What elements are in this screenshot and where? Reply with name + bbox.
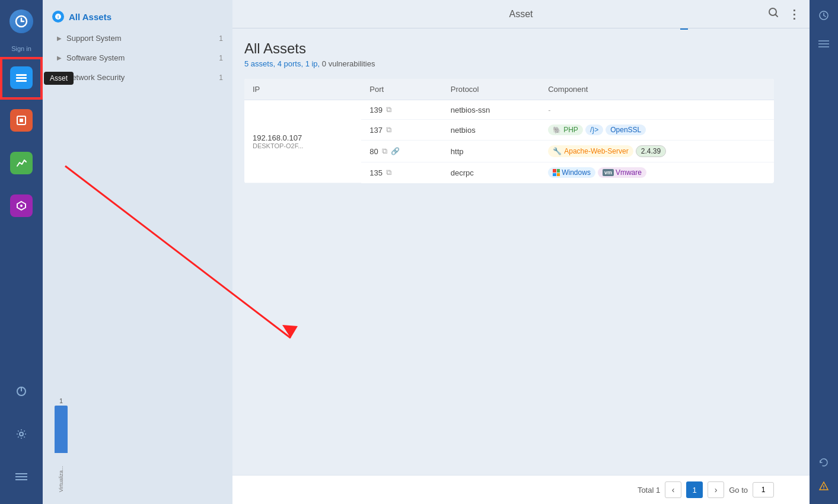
cell-protocol-2: netbios: [442, 120, 540, 141]
cell-component-2: 🐘PHP /}> OpenSSL: [540, 120, 774, 141]
port-value-1: 139: [369, 106, 383, 114]
cell-port-1: 139 ⧉: [361, 100, 442, 120]
bar-value: 1: [59, 397, 63, 404]
col-header-protocol: Protocol: [442, 79, 540, 100]
tab-ip[interactable]: IP: [680, 28, 688, 30]
tab-bar: IP Product Vendor: [680, 28, 772, 30]
tab-product[interactable]: Product: [702, 28, 731, 30]
tab-vendor[interactable]: Vendor: [745, 28, 772, 30]
plugins-icon: [15, 200, 27, 212]
cell-component-3: 🔧 Apache-Web-Server 2.4.39: [540, 141, 774, 162]
rp-refresh-icon[interactable]: [813, 453, 834, 472]
port-value-3: 80: [369, 147, 378, 156]
sidebar-item-count-software: 1: [219, 54, 223, 62]
badge-php: 🐘PHP: [548, 125, 583, 135]
asset-area-title: All Assets: [244, 40, 375, 57]
badge-version: 2.4.39: [636, 145, 666, 157]
cell-protocol-1: netbios-ssn: [442, 100, 540, 120]
nav-item-plugins[interactable]: [0, 185, 43, 228]
total-label: Total 1: [638, 486, 660, 495]
cell-port-2: 137 ⧉: [361, 120, 442, 141]
windows-icon: [553, 169, 560, 176]
subtitle-ports: 4 ports: [278, 59, 301, 68]
rp-clock-icon[interactable]: [813, 6, 834, 25]
goto-label: Go to: [729, 486, 748, 495]
sidebar-item-count-network: 1: [219, 74, 223, 82]
svg-text:i: i: [58, 14, 59, 20]
sidebar: i All Assets ▶ Support System 1 ▶ Softwa…: [43, 0, 232, 504]
arrow-icon-3: ▶: [57, 74, 62, 81]
copy-icon-1[interactable]: ⧉: [386, 105, 391, 114]
settings-icon: [15, 428, 27, 440]
rp-list-icon[interactable]: [813, 34, 834, 53]
current-page: 1: [686, 481, 703, 498]
sidebar-item-support-system[interactable]: ▶ Support System 1: [43, 28, 232, 48]
svg-point-6: [20, 205, 23, 207]
svg-rect-2: [16, 77, 27, 79]
sidebar-item-count-support: 1: [219, 34, 223, 43]
rp-alert-icon[interactable]: [813, 477, 834, 496]
nav-item-stats[interactable]: [0, 142, 43, 185]
badge-vmware: vm Vmware: [598, 167, 646, 178]
col-header-port: Port: [361, 79, 442, 100]
pagination: Total 1 ‹ 1 › Go to: [232, 475, 810, 504]
asset-area: All Assets 5 assets, 4 ports, 1 ip, 0 vu…: [232, 28, 810, 475]
goto-input[interactable]: [753, 482, 774, 497]
top-bar-actions: ⋮: [768, 7, 800, 21]
bar-label: Virtualiza...: [58, 457, 64, 492]
sidebar-item-network-security[interactable]: ▶ Network Security 1: [43, 68, 232, 87]
cell-ip-1: 192.168.0.107 DESKTOP-O2F...: [244, 100, 361, 183]
svg-line-16: [776, 15, 778, 17]
cell-port-4: 135 ⧉: [361, 162, 442, 183]
nav-item-menu[interactable]: [0, 455, 43, 498]
nav-item-scan[interactable]: [0, 100, 43, 142]
prev-page-button[interactable]: ‹: [665, 481, 681, 498]
svg-point-24: [823, 488, 824, 489]
arrow-icon-2: ▶: [57, 55, 62, 61]
sign-in-label[interactable]: Sign in: [11, 43, 31, 57]
all-assets-label[interactable]: All Assets: [69, 12, 111, 22]
nav-item-settings[interactable]: [0, 413, 43, 455]
nav-item-power[interactable]: [0, 370, 43, 413]
cell-component-1: -: [540, 100, 774, 120]
svg-line-19: [824, 15, 826, 17]
copy-icon-4[interactable]: ⧉: [386, 168, 391, 177]
search-button[interactable]: [768, 7, 779, 21]
sidebar-chart: 1 Virtualiza...: [43, 415, 232, 504]
all-assets-icon: i: [52, 11, 64, 23]
badge-openssl: OpenSSL: [606, 125, 646, 135]
sidebar-item-label-software: Software System: [66, 53, 219, 62]
badge-apache: 🔧 Apache-Web-Server: [548, 145, 633, 157]
badge-windows: Windows: [548, 167, 595, 178]
table-row: 192.168.0.107 DESKTOP-O2F... 139 ⧉ netbi…: [244, 100, 774, 120]
sidebar-header[interactable]: i All Assets: [43, 0, 232, 28]
more-button[interactable]: ⋮: [788, 7, 800, 21]
link-icon-3[interactable]: 🔗: [391, 147, 400, 155]
sidebar-item-software-system[interactable]: ▶ Software System 1: [43, 48, 232, 68]
svg-rect-5: [20, 119, 23, 122]
main-content: Asset ⋮ All Assets 5 assets, 4 ports, 1 …: [232, 0, 810, 504]
cell-component-4: Windows vm Vmware: [540, 162, 774, 183]
subtitle-ip: 1 ip: [305, 59, 318, 68]
menu-icon: [15, 473, 27, 481]
cell-protocol-4: decrpc: [442, 162, 540, 183]
cell-port-3: 80 ⧉ 🔗: [361, 141, 442, 162]
apache-icon: 🔧: [553, 147, 562, 155]
sidebar-item-label-support: Support System: [66, 34, 219, 43]
asset-area-subtitle: 5 assets, 4 ports, 1 ip, 0 vulnerabiliti…: [244, 59, 375, 68]
copy-icon-2[interactable]: ⧉: [386, 125, 391, 135]
table-section: IP Port Protocol Component 192.168.0.107…: [244, 79, 774, 183]
icon-bar: Sign in Asset: [0, 0, 43, 504]
sidebar-item-label-network: Network Security: [66, 73, 219, 82]
nav-item-asset[interactable]: Asset: [0, 57, 43, 100]
copy-icon-3[interactable]: ⧉: [382, 146, 387, 156]
hostname-value-1: DESKTOP-O2F...: [253, 142, 353, 149]
col-header-component: Component: [540, 79, 774, 100]
scan-icon: [15, 114, 27, 126]
subtitle-vulns: 0 vulnerabilities: [322, 59, 375, 68]
next-page-button[interactable]: ›: [708, 481, 724, 498]
col-header-ip: IP: [244, 79, 361, 100]
app-logo[interactable]: [0, 0, 43, 43]
port-value-2: 137: [369, 126, 383, 135]
right-panel: [810, 0, 838, 504]
